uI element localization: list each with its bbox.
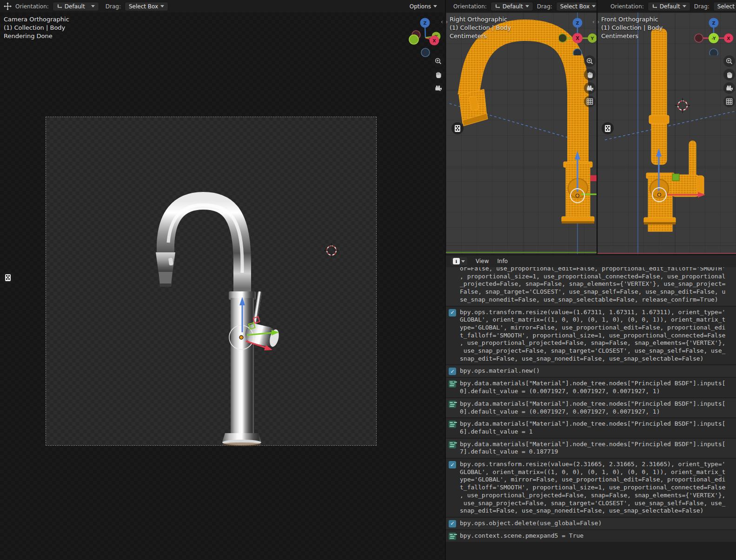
drag-dropdown[interactable]: Select Box: [713, 2, 736, 11]
axis-ball-neg-y[interactable]: [409, 35, 418, 44]
options-label: Options: [410, 3, 431, 10]
info-log-text: bpy.data.materials["Material"].node_tree…: [460, 441, 725, 456]
viewport-toolbar[interactable]: [584, 55, 596, 107]
move-tool-icon[interactable]: [4, 2, 12, 10]
faucet-editmode-front[interactable]: [644, 29, 704, 231]
grid-view-icon[interactable]: [723, 96, 735, 107]
annotation-flag-icon[interactable]: [602, 122, 614, 134]
info-log-text: bpy.data.materials["Material"].node_tree…: [460, 420, 725, 435]
rendered-faucet-scene: [0, 13, 445, 560]
menu-view[interactable]: View: [476, 258, 489, 264]
no-icon: [449, 267, 457, 304]
zoom-icon[interactable]: [432, 55, 444, 67]
info-log-block[interactable]: bpy.data.materials["Material"].node_tree…: [446, 378, 736, 397]
drag-dropdown[interactable]: Select Box: [556, 2, 597, 11]
property-change-icon: [449, 380, 457, 395]
checkbox-icon[interactable]: ✓: [449, 367, 457, 375]
faucet-render[interactable]: [156, 201, 280, 446]
info-log-text: bpy.data.materials["Material"].node_tree…: [460, 400, 725, 415]
info-log-list[interactable]: or=False, use_proportional_edit=False, p…: [446, 267, 736, 560]
3d-cursor[interactable]: [675, 98, 690, 113]
view-name: Front Orthographic: [601, 15, 663, 24]
chevron-down-icon: [592, 5, 596, 7]
checkbox-icon[interactable]: ✓: [449, 461, 457, 515]
zoom-icon[interactable]: [584, 55, 596, 67]
sprayer-nozzle: [159, 283, 172, 287]
info-log-block[interactable]: ✓bpy.ops.object.delete(use_global=False): [446, 518, 736, 529]
info-log-block[interactable]: or=False, use_proportional_edit=False, p…: [446, 267, 736, 306]
3d-cursor[interactable]: [324, 243, 339, 258]
options-dropdown[interactable]: Options: [405, 2, 441, 11]
info-log-block[interactable]: ✓bpy.ops.material.new(): [446, 365, 736, 377]
info-log-block[interactable]: bpy.data.materials["Material"].node_tree…: [446, 439, 736, 458]
editor-type-dropdown[interactable]: i: [451, 257, 467, 265]
sprayer-tip: [159, 272, 172, 285]
axis-ball-neg-y[interactable]: [559, 34, 567, 42]
navigation-gizmo[interactable]: Y X Z: [559, 15, 597, 55]
camera-view-icon[interactable]: [584, 82, 596, 94]
viewport-toolbar[interactable]: [723, 55, 735, 107]
faucet-editmode-right[interactable]: [459, 30, 594, 224]
handle-cap: [696, 176, 704, 196]
annotation-flag-icon[interactable]: [451, 122, 464, 134]
transform-orientation-icon: [57, 4, 62, 9]
camera-view-icon[interactable]: [432, 82, 444, 94]
menu-info[interactable]: Info: [497, 258, 508, 264]
info-editor[interactable]: i View Info or=False, use_proportional_e…: [446, 255, 736, 560]
checkbox-icon[interactable]: ✓: [449, 520, 457, 527]
info-log-text: bpy.ops.transform.resize(value=(2.31665,…: [460, 461, 725, 515]
viewport-toolbar[interactable]: [432, 55, 444, 94]
orientation-dropdown[interactable]: Default: [53, 2, 99, 11]
info-log-block[interactable]: bpy.context.scene.pmexpand5 = True: [446, 530, 736, 542]
axis-ball-neg-x[interactable]: [695, 34, 703, 42]
annotation-flag-icon[interactable]: [2, 271, 14, 283]
arch-highlight: [168, 205, 242, 273]
axis-ball-neg-z[interactable]: [709, 49, 718, 55]
active-collection: (1) Collection | Body: [4, 24, 69, 32]
orientation-dropdown[interactable]: Default: [648, 2, 690, 11]
pan-hand-icon[interactable]: [584, 69, 596, 80]
grid-view-icon[interactable]: [584, 96, 596, 107]
camera-viewport-content[interactable]: Camera Orthographic (1) Collection | Bod…: [0, 13, 445, 560]
drag-dropdown[interactable]: Select Box: [125, 2, 168, 11]
navigation-gizmo[interactable]: X -Y Z: [693, 15, 736, 55]
navigation-gizmo[interactable]: Y X Z: [406, 15, 444, 58]
info-log-text: bpy.context.scene.pmexpand5 = True: [460, 532, 583, 540]
axis-ball-neg-z[interactable]: [421, 48, 430, 57]
view-name: Right Orthographic: [450, 15, 511, 24]
pan-hand-icon[interactable]: [723, 69, 735, 80]
info-log-block[interactable]: ✓bpy.ops.transform.resize(value=(1.67311…: [446, 307, 736, 365]
camera-view-icon[interactable]: [723, 82, 735, 94]
drag-label: Drag:: [694, 3, 709, 10]
camera-viewport-header: Orientation: Default Drag: Select Box Op…: [0, 0, 445, 13]
orientation-value: Default: [660, 3, 680, 10]
front-viewport-content[interactable]: Front Orthographic (1) Collection | Body…: [597, 13, 736, 254]
area-splitter-handle[interactable]: ‹ ›: [441, 19, 448, 25]
axis-ball-neg-z[interactable]: [573, 49, 582, 55]
info-log-block[interactable]: ✓bpy.ops.transform.resize(value=(2.31665…: [446, 459, 736, 517]
viewport-camera[interactable]: Orientation: Default Drag: Select Box Op…: [0, 0, 445, 560]
right-viewport-content[interactable]: Right Orthographic (1) Collection | Body…: [446, 13, 597, 254]
pan-hand-icon[interactable]: [432, 69, 444, 80]
drag-label: Drag:: [537, 3, 552, 10]
info-log-block[interactable]: bpy.data.materials["Material"].node_tree…: [446, 418, 736, 437]
info-log-text: or=False, use_proportional_edit=False, p…: [460, 267, 725, 304]
zoom-icon[interactable]: [723, 55, 735, 67]
checkbox-icon[interactable]: ✓: [449, 309, 457, 363]
chevron-down-icon: [433, 5, 437, 7]
area-splitter-handle[interactable]: ‹ ›: [592, 19, 600, 25]
gizmo-y-handle[interactable]: [672, 174, 679, 181]
transform-orientation-icon: [652, 4, 657, 9]
orientation-dropdown[interactable]: Default: [491, 2, 533, 11]
property-change-icon: [449, 441, 457, 456]
object-origin: [576, 194, 579, 198]
svg-text:X: X: [432, 38, 436, 43]
viewport-right-ortho[interactable]: Orientation: Default Drag: Select Box: [446, 0, 597, 254]
blender-window: Orientation: Default Drag: Select Box Op…: [0, 0, 736, 560]
transform-orientation-icon: [495, 4, 500, 9]
right-viewport-header: Orientation: Default Drag: Select Box: [446, 0, 597, 13]
viewport-front-ortho[interactable]: Orientation: Default Drag: Select Box: [597, 0, 736, 254]
info-log-block[interactable]: bpy.data.materials["Material"].node_tree…: [446, 398, 736, 417]
gizmo-x-handle[interactable]: [590, 175, 597, 181]
viewport-overlay-text: Right Orthographic (1) Collection | Body…: [450, 15, 511, 40]
